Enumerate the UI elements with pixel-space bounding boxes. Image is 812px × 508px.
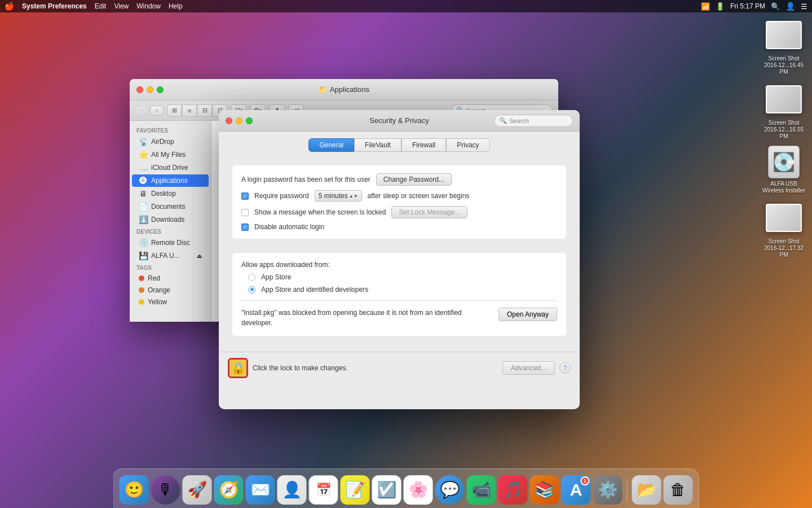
menubar: 🍎 System Preferences Edit View Window He… bbox=[0, 0, 812, 12]
finder-close-btn[interactable] bbox=[136, 86, 143, 93]
lock-btn[interactable]: 🔒 bbox=[228, 358, 248, 378]
sidebar-item-desktop[interactable]: 🖥 Desktop bbox=[132, 187, 209, 200]
dock-trash[interactable]: 🗑 bbox=[664, 475, 693, 505]
dock-notes[interactable]: 📝 bbox=[341, 475, 370, 505]
notification-icon[interactable]: ☰ bbox=[801, 2, 807, 11]
dock-messages[interactable]: 💬 bbox=[435, 475, 465, 505]
all-files-icon: ⭐ bbox=[139, 150, 148, 159]
user-icon[interactable]: 👤 bbox=[785, 2, 795, 11]
security-title: Security & Privacy bbox=[369, 116, 429, 125]
desktop-icon-screenshot2[interactable]: Screen Shot2016-12...16.55 PM bbox=[761, 81, 806, 140]
show-message-label: Show a message when the screen is locked bbox=[254, 208, 386, 216]
change-password-btn[interactable]: Change Password... bbox=[376, 173, 452, 186]
dock-photos[interactable]: 🌸 bbox=[404, 475, 433, 505]
dock-appstore[interactable]: A 1 bbox=[562, 475, 591, 505]
sidebar-item-downloads[interactable]: ⬇️ Downloads bbox=[132, 213, 209, 226]
require-password-checkbox[interactable]: ✓ bbox=[241, 192, 249, 200]
back-btn[interactable]: ‹ bbox=[135, 106, 149, 116]
screenshot3-label: Screen Shot2016-12...17.32 PM bbox=[761, 238, 806, 259]
eject-icon[interactable]: ⏏ bbox=[197, 253, 202, 259]
sidebar-item-all-files[interactable]: ⭐ All My Files bbox=[132, 148, 209, 161]
menu-help[interactable]: Help bbox=[169, 2, 183, 10]
view-column-btn[interactable]: ⊟ bbox=[197, 104, 212, 117]
finder2-dock-icon: 📂 bbox=[637, 480, 656, 499]
security-tabs: General FileVault Firewall Privacy bbox=[219, 132, 580, 156]
desktop-icon-sidebar: 🖥 bbox=[139, 189, 148, 198]
dock-launchpad[interactable]: 🚀 bbox=[183, 475, 212, 505]
clock: Fri 5:17 PM bbox=[730, 2, 765, 10]
security-close-btn[interactable] bbox=[226, 117, 232, 124]
sidebar-item-yellow[interactable]: Yellow bbox=[132, 296, 209, 308]
forward-btn[interactable]: › bbox=[150, 106, 164, 116]
disable-login-checkbox[interactable]: ✓ bbox=[241, 224, 249, 231]
dock-music[interactable]: 🎵 bbox=[498, 475, 528, 505]
view-list-btn[interactable]: ≡ bbox=[182, 104, 197, 117]
dock-books[interactable]: 📚 bbox=[530, 475, 559, 505]
dock-calendar[interactable]: 📅 bbox=[309, 475, 338, 505]
sidebar-item-orange[interactable]: Orange bbox=[132, 284, 209, 296]
safari-dock-icon: 🧭 bbox=[219, 480, 239, 499]
sidebar-item-remote-disc[interactable]: 💿 Remote Disc bbox=[132, 237, 209, 249]
appstore-dock-icon: A bbox=[570, 480, 582, 500]
dock-contacts[interactable]: 👤 bbox=[277, 475, 307, 505]
finder-minimize-btn[interactable] bbox=[147, 86, 153, 93]
desktop-icon-screenshot3[interactable]: Screen Shot2016-12...17.32 PM bbox=[761, 200, 806, 259]
view-icon-btn[interactable]: ⊞ bbox=[167, 104, 182, 117]
disable-login-row: ✓ Disable automatic login bbox=[241, 223, 557, 231]
password-time-dropdown[interactable]: 5 minutes ▲▼ bbox=[315, 190, 362, 202]
tab-filevault[interactable]: FileVault bbox=[354, 138, 401, 152]
allow-apps-section: Allow apps downloaded from: App Store Ap… bbox=[232, 253, 566, 336]
security-minimize-btn[interactable] bbox=[236, 117, 242, 124]
desktop-icon-usb[interactable]: 💽 ALFA USBWireless Installer bbox=[761, 146, 806, 194]
favorites-header: Favorites bbox=[130, 125, 211, 135]
dock-safari[interactable]: 🧭 bbox=[214, 475, 244, 505]
dock-finder2[interactable]: 📂 bbox=[632, 475, 661, 505]
show-message-checkbox[interactable] bbox=[241, 209, 249, 216]
security-maximize-btn[interactable] bbox=[246, 117, 253, 124]
sidebar-item-red[interactable]: Red bbox=[132, 273, 209, 284]
view-buttons: ⊞ ≡ ⊟ ⊡ bbox=[167, 104, 227, 117]
tags-header: Tags bbox=[130, 262, 211, 272]
menu-view[interactable]: View bbox=[114, 2, 129, 10]
menu-window[interactable]: Window bbox=[136, 2, 161, 10]
app-store-identified-radio[interactable] bbox=[248, 286, 255, 294]
tab-privacy[interactable]: Privacy bbox=[446, 138, 489, 152]
finder-maximize-btn[interactable] bbox=[157, 86, 164, 93]
blocked-text: "Install.pkg" was blocked from opening b… bbox=[241, 308, 493, 328]
sidebar-item-icloud[interactable]: ☁️ iCloud Drive bbox=[132, 161, 209, 174]
dock-siri[interactable]: 🎙 bbox=[151, 475, 180, 505]
sidebar-item-documents[interactable]: 📄 Documents bbox=[132, 200, 209, 213]
apple-menu[interactable]: 🍎 bbox=[5, 2, 14, 11]
spotlight-icon[interactable]: 🔍 bbox=[771, 2, 780, 11]
set-lock-message-btn[interactable]: Set Lock Message... bbox=[391, 206, 467, 218]
advanced-btn[interactable]: Advanced... bbox=[502, 361, 555, 375]
sidebar-item-applications[interactable]: 🅐 Applications bbox=[132, 174, 209, 187]
desktop-icons: Screen Shot2016-12...16.45 PM Screen Sho… bbox=[761, 17, 806, 259]
menubar-right: 📶 🔋 Fri 5:17 PM 🔍 👤 ☰ bbox=[701, 2, 807, 11]
tab-general[interactable]: General bbox=[308, 138, 354, 152]
security-search[interactable]: 🔍 Search bbox=[494, 115, 573, 127]
desktop-icon-screenshot1[interactable]: Screen Shot2016-12...16.45 PM bbox=[761, 17, 806, 76]
help-btn[interactable]: ? bbox=[559, 362, 571, 374]
dock-finder[interactable]: 🙂 bbox=[120, 475, 149, 505]
icloud-label: iCloud Drive bbox=[151, 164, 188, 172]
screenshot1-label: Screen Shot2016-12...16.45 PM bbox=[761, 55, 806, 76]
mail-dock-icon: ✉️ bbox=[250, 480, 270, 499]
dock-reminders[interactable]: ☑️ bbox=[372, 475, 401, 505]
tab-firewall[interactable]: Firewall bbox=[401, 138, 446, 152]
books-dock-icon: 📚 bbox=[535, 480, 554, 499]
security-search-icon: 🔍 bbox=[499, 117, 507, 124]
dock-facetime[interactable]: 📹 bbox=[467, 475, 496, 505]
calendar-dock-icon: 📅 bbox=[316, 483, 331, 497]
finder-sidebar: Favorites 📡 AirDrop ⭐ All My Files ☁️ iC… bbox=[130, 121, 211, 322]
sidebar-item-airdrop[interactable]: 📡 AirDrop bbox=[132, 135, 209, 148]
dock-sysprefs[interactable]: ⚙️ bbox=[593, 475, 623, 505]
open-anyway-btn[interactable]: Open Anyway bbox=[498, 308, 557, 321]
app-store-radio[interactable] bbox=[248, 274, 255, 281]
dock-mail[interactable]: ✉️ bbox=[246, 475, 275, 505]
trash-dock-icon: 🗑 bbox=[670, 480, 686, 499]
menu-edit[interactable]: Edit bbox=[95, 2, 107, 10]
app-name[interactable]: System Preferences bbox=[22, 2, 87, 10]
sidebar-item-alfa[interactable]: 💾 ALFA U... ⏏ bbox=[132, 249, 209, 262]
orange-tag-dot bbox=[139, 287, 144, 293]
